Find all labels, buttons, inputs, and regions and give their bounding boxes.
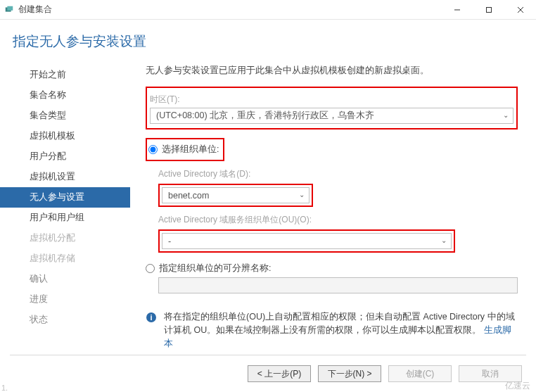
window-titlebar: 创建集合 xyxy=(0,0,536,20)
sidebar-item-collection-type[interactable]: 集合类型 xyxy=(0,106,130,126)
ad-domain-value: benet.com xyxy=(168,191,209,201)
wizard-body: 开始之前 集合名称 集合类型 虚拟机模板 用户分配 虚拟机设置 无人参与设置 用… xyxy=(0,58,536,360)
select-ou-highlight: 选择组织单位: xyxy=(146,138,224,161)
timezone-highlight: 时区(T): (UTC+08:00) 北京，重庆，香港特别行政区，乌鲁木齐 ⌄ xyxy=(146,87,518,129)
footer-divider xyxy=(10,355,526,355)
sidebar-item-confirm: 确认 xyxy=(0,269,130,289)
ad-ou-highlight: - ⌄ xyxy=(158,229,455,253)
ad-ou-select[interactable]: - ⌄ xyxy=(162,233,452,249)
sidebar-item-before-begin[interactable]: 开始之前 xyxy=(0,65,130,85)
svg-rect-3 xyxy=(486,7,491,12)
chevron-down-icon: ⌄ xyxy=(441,236,447,244)
ad-domain-label: Active Directory 域名(D): xyxy=(158,168,518,180)
timezone-value: (UTC+08:00) 北京，重庆，香港特别行政区，乌鲁木齐 xyxy=(156,110,374,122)
watermark: 亿速云 xyxy=(505,380,530,392)
sidebar-item-vm-storage: 虚拟机存储 xyxy=(0,248,130,269)
sidebar-item-status: 状态 xyxy=(0,310,130,330)
previous-button[interactable]: < 上一步(P) xyxy=(248,365,311,382)
create-button: 创建(C) xyxy=(388,365,452,382)
ad-domain-highlight: benet.com ⌄ xyxy=(158,184,313,207)
ad-ou-label: Active Directory 域服务组织单位(OU)(O): xyxy=(158,214,518,226)
chevron-down-icon: ⌄ xyxy=(503,111,509,119)
maximize-button[interactable] xyxy=(473,0,504,19)
close-button[interactable] xyxy=(504,0,536,19)
specify-dn-radio[interactable] xyxy=(146,264,155,273)
sidebar-item-progress: 进度 xyxy=(0,289,130,310)
svg-text:i: i xyxy=(150,313,152,322)
select-ou-radio-row[interactable]: 选择组织单位: xyxy=(148,144,219,156)
sidebar-item-unattended[interactable]: 无人参与设置 xyxy=(0,187,130,208)
wizard-header: 指定无人参与安装设置 xyxy=(0,20,536,58)
wizard-footer: < 上一步(P) 下一步(N) > 创建(C) 取消 xyxy=(248,365,522,382)
chevron-down-icon: ⌄ xyxy=(299,191,305,198)
sidebar-item-vm-alloc: 虚拟机分配 xyxy=(0,228,130,248)
svg-rect-1 xyxy=(7,6,13,10)
dn-input xyxy=(158,277,518,293)
info-icon: i xyxy=(146,312,157,323)
sidebar-item-user-assign[interactable]: 用户分配 xyxy=(0,146,130,167)
ad-domain-select[interactable]: benet.com ⌄ xyxy=(162,187,310,203)
minimize-button[interactable] xyxy=(441,0,473,19)
sidebar-item-users-groups[interactable]: 用户和用户组 xyxy=(0,208,130,228)
timezone-select[interactable]: (UTC+08:00) 北京，重庆，香港特别行政区，乌鲁木齐 ⌄ xyxy=(150,108,513,124)
window-title: 创建集合 xyxy=(18,4,441,15)
info-row: i 将在指定的组织单位(OU)上自动配置相应的权限；但未自动配置 Active … xyxy=(146,310,518,350)
app-icon xyxy=(4,5,14,15)
page-number: 1. xyxy=(1,384,8,392)
select-ou-label: 选择组织单位: xyxy=(162,144,219,156)
sidebar-item-vm-template[interactable]: 虚拟机模板 xyxy=(0,126,130,146)
next-button[interactable]: 下一步(N) > xyxy=(318,365,381,382)
page-title: 指定无人参与安装设置 xyxy=(13,32,523,51)
timezone-label: 时区(T): xyxy=(150,94,513,106)
info-text: 将在指定的组织单位(OU)上自动配置相应的权限；但未自动配置 Active Di… xyxy=(164,310,518,350)
wizard-sidebar: 开始之前 集合名称 集合类型 虚拟机模板 用户分配 虚拟机设置 无人参与设置 用… xyxy=(0,58,130,360)
window-controls xyxy=(441,0,536,19)
select-ou-radio[interactable] xyxy=(148,145,158,154)
info-text-body: 将在指定的组织单位(OU)上自动配置相应的权限；但未自动配置 Active Di… xyxy=(164,312,515,335)
sidebar-item-vm-settings[interactable]: 虚拟机设置 xyxy=(0,167,130,187)
sidebar-item-collection-name[interactable]: 集合名称 xyxy=(0,85,130,106)
dn-input-wrap xyxy=(158,277,518,293)
intro-text: 无人参与安装设置已应用于此集合中从虚拟机模板创建的新虚拟桌面。 xyxy=(146,65,518,77)
specify-dn-radio-row[interactable]: 指定组织单位的可分辨名称: xyxy=(146,263,518,274)
ad-ou-value: - xyxy=(168,236,171,246)
wizard-content: 无人参与安装设置已应用于此集合中从虚拟机模板创建的新虚拟桌面。 时区(T): (… xyxy=(130,58,536,360)
specify-dn-label: 指定组织单位的可分辨名称: xyxy=(159,263,271,274)
